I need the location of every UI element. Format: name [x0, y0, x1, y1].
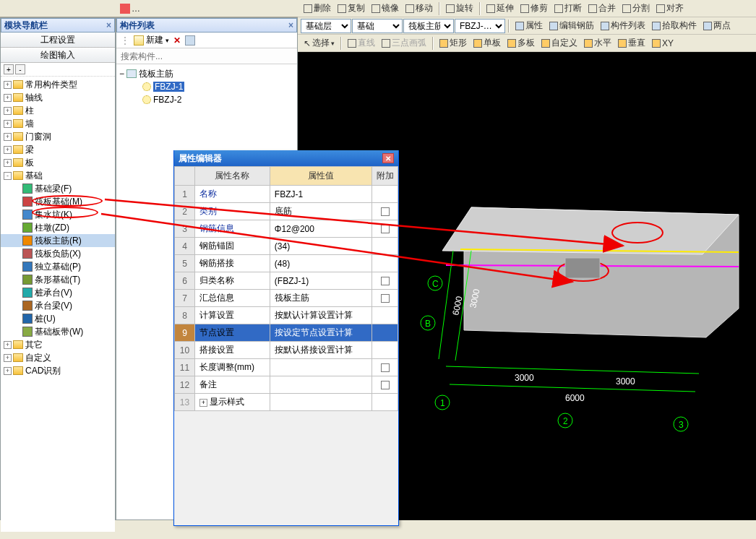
draw-tool-button[interactable]: XY — [649, 37, 676, 50]
checkbox[interactable] — [381, 381, 390, 389]
component-item[interactable]: FBZJ-1 — [153, 82, 184, 92]
property-table[interactable]: 属性名称属性值附加1名称FBZJ-12类别底筋3钢筋信息Φ12@2004钢筋锚固… — [174, 166, 398, 411]
toolbar-button[interactable]: 对齐 — [653, 1, 687, 16]
layer-select[interactable]: FBZJ-… — [455, 19, 505, 33]
toolbar-button[interactable]: 两点 — [700, 18, 734, 33]
tree-expander-icon[interactable]: − — [119, 69, 124, 79]
property-row[interactable]: 11长度调整(mm) — [175, 359, 398, 376]
expander-icon[interactable]: + — [4, 354, 12, 362]
toolbar-button[interactable]: 属性 — [512, 18, 546, 33]
dialog-titlebar[interactable]: 属性编辑器 ✕ — [174, 150, 398, 166]
tree-node[interactable]: +柱 — [1, 104, 115, 117]
property-value[interactable]: FBZJ-1 — [270, 186, 371, 203]
close-icon[interactable]: ✕ — [382, 153, 394, 163]
expander-icon[interactable]: + — [4, 159, 12, 167]
tab-project-settings[interactable]: 工程设置 — [1, 33, 115, 48]
property-value[interactable]: 筏板主筋 — [270, 290, 371, 307]
tab-drawing-input[interactable]: 绘图输入 — [1, 48, 115, 63]
expander-icon[interactable]: + — [4, 94, 12, 102]
property-row[interactable]: 5钢筋搭接(48) — [175, 255, 398, 272]
tree-node[interactable]: -基础 — [1, 169, 115, 182]
expand-all-icon[interactable]: + — [4, 64, 14, 74]
copy-icon[interactable] — [185, 35, 195, 46]
property-value[interactable]: 按默认计算设置计算 — [270, 307, 371, 324]
property-value[interactable]: Φ12@200 — [270, 220, 371, 238]
tree-node[interactable]: 基础板带(W) — [1, 325, 115, 338]
tree-node[interactable]: 桩承台(V) — [1, 286, 115, 299]
property-row[interactable]: 6归类名称(FBZJ-1) — [175, 272, 398, 290]
property-row[interactable]: 8计算设置按默认计算设置计算 — [175, 307, 398, 324]
property-value[interactable] — [270, 394, 371, 411]
layer-select[interactable]: 筏板主筋 — [403, 19, 454, 33]
property-row[interactable]: 7汇总信息筏板主筋 — [175, 290, 398, 307]
search-input[interactable] — [116, 48, 297, 64]
draw-tool-button[interactable]: 自定义 — [538, 35, 580, 51]
expander-icon[interactable]: + — [4, 146, 12, 154]
expander-icon[interactable]: - — [4, 172, 12, 180]
tree-node[interactable]: 承台梁(V) — [1, 299, 115, 312]
expander-icon[interactable]: + — [4, 81, 12, 89]
component-group[interactable]: 筏板主筋 — [139, 68, 173, 80]
select-button[interactable]: ↖选择▾ — [301, 35, 338, 51]
expander-icon[interactable]: + — [4, 133, 12, 141]
draw-tool-button[interactable]: 矩形 — [437, 35, 470, 51]
tree-node[interactable]: 条形基础(T) — [1, 273, 115, 286]
toolbar-button[interactable]: 修剪 — [517, 1, 551, 16]
checkbox[interactable] — [381, 363, 390, 372]
tree-node[interactable]: 筏板负筋(X) — [1, 247, 115, 260]
layer-select[interactable]: 基础 — [352, 19, 403, 33]
draw-tool-button[interactable]: 多板 — [504, 35, 538, 51]
tree-node[interactable]: +墙 — [1, 117, 115, 130]
checkbox[interactable] — [381, 207, 390, 216]
property-value[interactable]: 按默认搭接设置计算 — [270, 342, 371, 359]
collapse-all-icon[interactable]: - — [15, 64, 25, 74]
component-tree[interactable]: −筏板主筋 FBZJ-1 FBZJ-2 — [116, 64, 297, 109]
tree-node[interactable]: +门窗洞 — [1, 130, 115, 143]
tree-node[interactable]: +板 — [1, 156, 115, 169]
toolbar-button[interactable]: 旋转 — [443, 1, 476, 16]
draw-tool-button[interactable]: 垂直 — [615, 35, 648, 51]
toolbar-button[interactable]: 镜像 — [369, 1, 402, 16]
component-item[interactable]: FBZJ-2 — [153, 95, 181, 105]
tree-node[interactable]: 独立基础(P) — [1, 260, 115, 273]
new-button[interactable]: 新建▾ — [134, 34, 169, 46]
property-row[interactable]: 4钢筋锚固(34) — [175, 238, 398, 255]
property-value[interactable]: (34) — [270, 238, 371, 255]
property-row[interactable]: 12备注 — [175, 376, 398, 394]
component-search[interactable] — [116, 48, 297, 64]
property-row[interactable]: 2类别底筋 — [175, 203, 398, 220]
tree-node[interactable]: 桩(U) — [1, 312, 115, 325]
toolbar-button[interactable]: 移动 — [403, 1, 436, 16]
expander-icon[interactable]: + — [4, 341, 12, 349]
toolbar-button[interactable]: 编辑钢筋 — [546, 18, 597, 33]
property-row[interactable]: 10搭接设置按默认搭接设置计算 — [175, 342, 398, 359]
toolbar-button[interactable]: 构件列表 — [598, 18, 648, 33]
property-row[interactable]: 1名称FBZJ-1 — [175, 186, 398, 203]
toolbar-button[interactable]: 打断 — [551, 1, 585, 16]
property-value[interactable]: 底筋 — [270, 203, 371, 220]
property-row[interactable]: 3钢筋信息Φ12@200 — [175, 220, 398, 238]
property-editor-dialog[interactable]: 属性编辑器 ✕ 属性名称属性值附加1名称FBZJ-12类别底筋3钢筋信息Φ12@… — [173, 150, 399, 526]
toolbar-button[interactable]: 拾取构件 — [649, 18, 700, 33]
tree-node[interactable]: 柱墩(ZD) — [1, 221, 115, 234]
delete-icon[interactable]: ✕ — [173, 35, 181, 46]
close-icon[interactable]: × — [106, 20, 111, 30]
tree-node[interactable]: 筏板基础(M) — [1, 195, 115, 208]
tree-node[interactable]: +轴线 — [1, 91, 115, 104]
property-row[interactable]: 13+ 显示样式 — [175, 394, 398, 411]
tree-node[interactable]: 集水坑(K) — [1, 208, 115, 221]
tree-node[interactable]: +常用构件类型 — [1, 78, 115, 91]
tree-node[interactable]: 筏板主筋(R) — [1, 234, 115, 247]
property-value[interactable]: (FBZJ-1) — [270, 272, 371, 290]
tree-node[interactable]: 基础梁(F) — [1, 182, 115, 195]
tree-node[interactable]: +其它 — [1, 338, 115, 351]
close-icon[interactable]: × — [288, 20, 293, 30]
toolbar-button[interactable]: 删除 — [301, 1, 334, 16]
draw-tool-button[interactable]: 水平 — [581, 35, 614, 51]
property-value[interactable]: 按设定节点设置计算 — [270, 324, 371, 342]
expander-icon[interactable]: + — [4, 367, 12, 375]
toolbar-button[interactable]: 分割 — [619, 1, 653, 16]
layer-select[interactable]: 基础层 — [301, 19, 351, 33]
property-value[interactable]: (48) — [270, 255, 371, 272]
toolbar-button[interactable]: 延伸 — [484, 1, 517, 16]
